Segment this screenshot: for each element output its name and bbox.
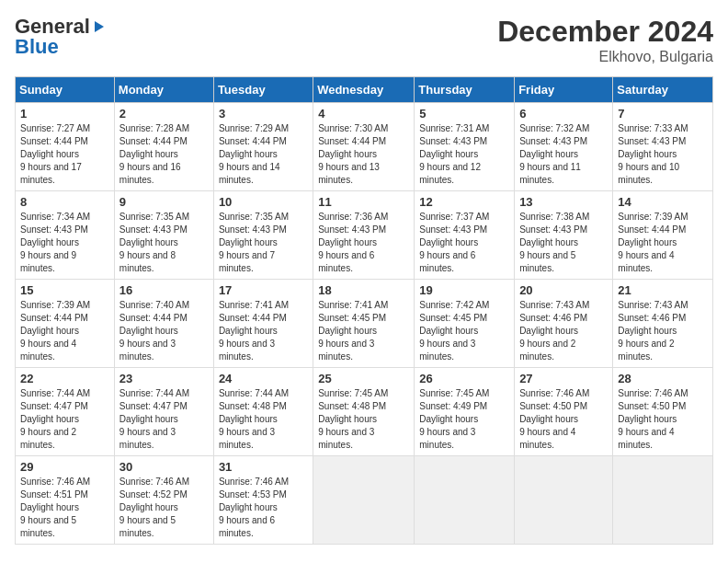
day-cell-10: 10 Sunrise: 7:35 AM Sunset: 4:43 PM Dayl… <box>213 191 313 280</box>
daylight-label: Daylight hours <box>20 326 79 336</box>
sunset-label: Sunset: 4:43 PM <box>419 224 487 235</box>
calendar-table: Sunday Monday Tuesday Wednesday Thursday… <box>15 76 713 545</box>
day-cell-30: 30 Sunrise: 7:46 AM Sunset: 4:52 PM Dayl… <box>114 456 213 545</box>
sunset-label: Sunset: 4:44 PM <box>219 136 287 146</box>
day-info: Sunrise: 7:35 AM Sunset: 4:43 PM Dayligh… <box>119 211 209 275</box>
daylight-label: Daylight hours <box>618 237 677 247</box>
day-info: Sunrise: 7:36 AM Sunset: 4:43 PM Dayligh… <box>318 211 409 275</box>
sunset-label: Sunset: 4:49 PM <box>419 401 487 411</box>
day-info: Sunrise: 7:45 AM Sunset: 4:48 PM Dayligh… <box>318 387 409 452</box>
day-info: Sunrise: 7:27 AM Sunset: 4:44 PM Dayligh… <box>20 122 109 187</box>
daylight-label: Daylight hours <box>219 414 278 424</box>
day-number: 2 <box>119 107 209 121</box>
header-wednesday: Wednesday <box>313 77 415 103</box>
day-cell-16: 16 Sunrise: 7:40 AM Sunset: 4:44 PM Dayl… <box>114 280 213 368</box>
daylight-value: 9 hours and 2 minutes. <box>618 339 674 362</box>
day-number: 4 <box>318 107 409 121</box>
daylight-value: 9 hours and 4 minutes. <box>20 339 76 362</box>
daylight-label: Daylight hours <box>318 414 377 424</box>
daylight-value: 9 hours and 6 minutes. <box>419 250 475 273</box>
daylight-value: 9 hours and 11 minutes. <box>519 162 581 185</box>
daylight-label: Daylight hours <box>219 502 278 512</box>
daylight-label: Daylight hours <box>618 414 677 424</box>
day-number: 3 <box>219 107 308 121</box>
day-number: 18 <box>318 283 409 297</box>
sunset-label: Sunset: 4:44 PM <box>318 136 386 146</box>
header-monday: Monday <box>114 77 213 103</box>
daylight-label: Daylight hours <box>219 326 278 336</box>
svg-marker-0 <box>95 21 104 32</box>
sunset-label: Sunset: 4:48 PM <box>318 401 386 411</box>
sunrise-label: Sunrise: 7:45 AM <box>318 388 388 398</box>
sunset-label: Sunset: 4:50 PM <box>618 401 686 411</box>
sunset-label: Sunset: 4:43 PM <box>318 224 386 235</box>
day-info: Sunrise: 7:46 AM Sunset: 4:53 PM Dayligh… <box>219 476 308 540</box>
day-cell-19: 19 Sunrise: 7:42 AM Sunset: 4:45 PM Dayl… <box>415 280 515 368</box>
day-info: Sunrise: 7:37 AM Sunset: 4:43 PM Dayligh… <box>419 211 509 275</box>
sunrise-label: Sunrise: 7:42 AM <box>419 300 489 310</box>
calendar-week-2: 8 Sunrise: 7:34 AM Sunset: 4:43 PM Dayli… <box>16 191 713 280</box>
sunset-label: Sunset: 4:43 PM <box>219 224 287 235</box>
daylight-value: 9 hours and 16 minutes. <box>119 162 181 185</box>
month-title: December 2024 <box>497 15 713 49</box>
sunrise-label: Sunrise: 7:44 AM <box>219 388 289 398</box>
daylight-label: Daylight hours <box>618 326 677 336</box>
daylight-value: 9 hours and 6 minutes. <box>318 250 374 273</box>
sunset-label: Sunset: 4:44 PM <box>20 136 88 146</box>
sunset-label: Sunset: 4:44 PM <box>20 313 88 323</box>
day-cell-4: 4 Sunrise: 7:30 AM Sunset: 4:44 PM Dayli… <box>313 103 415 191</box>
daylight-label: Daylight hours <box>20 149 79 159</box>
day-number: 30 <box>119 460 209 474</box>
daylight-value: 9 hours and 5 minutes. <box>20 515 76 538</box>
sunset-label: Sunset: 4:51 PM <box>20 489 88 500</box>
day-number: 19 <box>419 283 509 297</box>
daylight-label: Daylight hours <box>519 149 578 159</box>
sunset-label: Sunset: 4:45 PM <box>419 313 487 323</box>
empty-cell <box>415 456 515 545</box>
daylight-value: 9 hours and 2 minutes. <box>519 339 575 362</box>
day-number: 26 <box>419 372 509 385</box>
sunrise-label: Sunrise: 7:41 AM <box>219 300 289 310</box>
sunrise-label: Sunrise: 7:38 AM <box>519 212 589 222</box>
sunrise-label: Sunrise: 7:37 AM <box>419 212 489 222</box>
day-cell-2: 2 Sunrise: 7:28 AM Sunset: 4:44 PM Dayli… <box>114 103 213 191</box>
day-number: 5 <box>419 107 509 121</box>
sunset-label: Sunset: 4:44 PM <box>618 224 686 235</box>
day-number: 7 <box>618 107 708 121</box>
daylight-value: 9 hours and 13 minutes. <box>318 162 380 185</box>
sunset-label: Sunset: 4:45 PM <box>318 313 386 323</box>
sunrise-label: Sunrise: 7:45 AM <box>419 388 489 398</box>
day-info: Sunrise: 7:40 AM Sunset: 4:44 PM Dayligh… <box>119 299 209 363</box>
day-cell-31: 31 Sunrise: 7:46 AM Sunset: 4:53 PM Dayl… <box>213 456 313 545</box>
daylight-label: Daylight hours <box>519 237 578 247</box>
day-cell-23: 23 Sunrise: 7:44 AM Sunset: 4:47 PM Dayl… <box>114 368 213 456</box>
sunrise-label: Sunrise: 7:39 AM <box>618 212 688 222</box>
sunset-label: Sunset: 4:43 PM <box>20 224 88 235</box>
daylight-label: Daylight hours <box>119 149 178 159</box>
day-info: Sunrise: 7:44 AM Sunset: 4:48 PM Dayligh… <box>219 387 308 452</box>
daylight-label: Daylight hours <box>419 237 478 247</box>
daylight-value: 9 hours and 3 minutes. <box>419 339 475 362</box>
day-cell-26: 26 Sunrise: 7:45 AM Sunset: 4:49 PM Dayl… <box>415 368 515 456</box>
day-info: Sunrise: 7:33 AM Sunset: 4:43 PM Dayligh… <box>618 122 708 187</box>
sunrise-label: Sunrise: 7:44 AM <box>20 388 90 398</box>
daylight-label: Daylight hours <box>419 414 478 424</box>
day-number: 24 <box>219 372 308 385</box>
day-info: Sunrise: 7:46 AM Sunset: 4:52 PM Dayligh… <box>119 476 209 540</box>
day-info: Sunrise: 7:46 AM Sunset: 4:50 PM Dayligh… <box>618 387 708 452</box>
sunset-label: Sunset: 4:44 PM <box>119 313 188 323</box>
day-info: Sunrise: 7:41 AM Sunset: 4:44 PM Dayligh… <box>219 299 308 363</box>
daylight-value: 9 hours and 3 minutes. <box>318 339 374 362</box>
daylight-label: Daylight hours <box>20 414 79 424</box>
day-number: 6 <box>519 107 608 121</box>
sunrise-label: Sunrise: 7:40 AM <box>119 300 189 310</box>
day-info: Sunrise: 7:35 AM Sunset: 4:43 PM Dayligh… <box>219 211 308 275</box>
daylight-label: Daylight hours <box>20 502 79 512</box>
day-info: Sunrise: 7:39 AM Sunset: 4:44 PM Dayligh… <box>20 299 109 363</box>
daylight-label: Daylight hours <box>618 149 677 159</box>
day-number: 28 <box>618 372 708 385</box>
daylight-label: Daylight hours <box>318 326 377 336</box>
header-tuesday: Tuesday <box>213 77 313 103</box>
calendar-week-5: 29 Sunrise: 7:46 AM Sunset: 4:51 PM Dayl… <box>16 456 713 545</box>
day-number: 16 <box>119 283 209 297</box>
